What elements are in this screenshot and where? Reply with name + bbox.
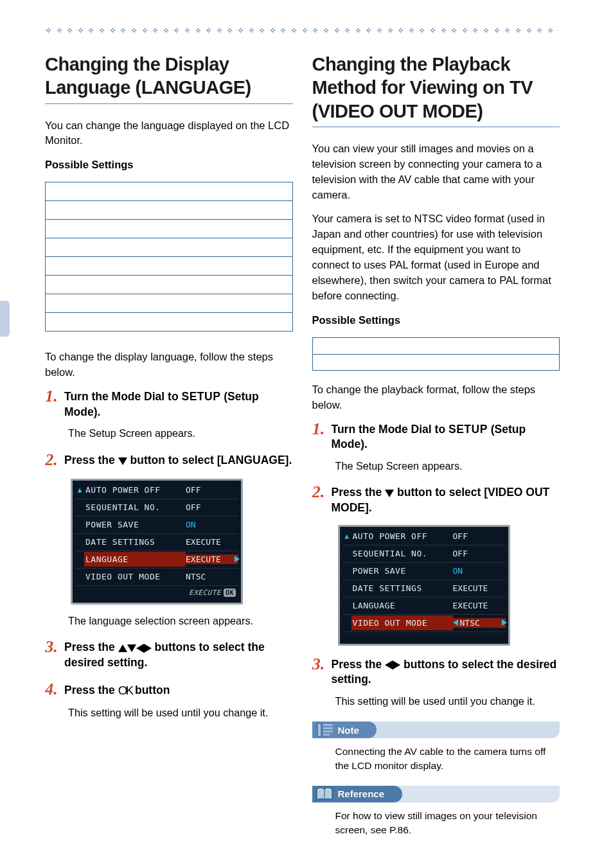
lcd-row-value: OFF xyxy=(186,485,238,495)
left-steps: 1 Turn the Mode Dial to SETUP (Setup Mod… xyxy=(45,389,293,720)
note-icon xyxy=(316,722,334,738)
step-title-post: button xyxy=(132,684,170,696)
left-possible-settings-label: Possible Settings xyxy=(45,157,293,173)
left-settings-table xyxy=(45,182,293,332)
right-heading: Changing the Playback Method for Viewing… xyxy=(312,53,560,123)
reference-icon xyxy=(315,786,334,802)
down-arrow-icon xyxy=(385,490,394,497)
lcd-left-triangle-icon xyxy=(453,618,458,628)
down-arrow-icon xyxy=(118,457,127,465)
step-title: Turn the Mode Dial to SETUP (Setup Mode)… xyxy=(64,389,293,420)
lcd-row-value: EXECUTE xyxy=(453,601,506,610)
note-label: Note xyxy=(338,725,359,736)
lcd-row-value: OFF xyxy=(453,549,506,558)
lcd-screenshot-video-out: ▲ AUTO POWER OFF OFF SEQUENTIAL NO. OFF … xyxy=(338,525,510,646)
step-number: 2 xyxy=(312,484,325,500)
svg-rect-2 xyxy=(323,727,333,729)
lcd-row-label: DATE SETTINGS xyxy=(351,583,453,593)
lcd-row-label: VIDEO OUT MODE xyxy=(351,616,453,630)
lcd-row-value: OFF xyxy=(186,502,238,512)
right-intro-1: You can view your still images and movie… xyxy=(312,141,560,203)
step-title-pre: Press the xyxy=(332,486,386,499)
reference-body: For how to view still images on your tel… xyxy=(335,809,560,837)
step-number: 1 xyxy=(45,388,58,405)
right-pre-steps: To change the playback format, follow th… xyxy=(312,382,560,413)
lcd-row-label: POWER SAVE xyxy=(351,566,453,576)
step-title-pre: Press the xyxy=(332,658,386,671)
svg-rect-4 xyxy=(323,734,330,736)
step-title-pre: Press the xyxy=(64,454,118,466)
left-intro: You can change the language displayed on… xyxy=(45,118,293,149)
step-title: Press the buttons to select the desired … xyxy=(64,640,293,670)
header-diamond-border: ✧ ✧ ✧ ✧ ✧ ✧ ✧ ✧ ✧ ✧ ✧ ✧ ✧ ✧ ✧ ✧ ✧ ✧ ✧ ✧ … xyxy=(45,26,558,37)
right-intro-2: Your camera is set to NTSC video format … xyxy=(312,211,560,304)
lcd-row-value: ON xyxy=(453,566,506,576)
step-title-post: button to select [LANGUAGE]. xyxy=(127,454,292,466)
reference-banner: Reference xyxy=(312,786,560,802)
step-title-pre: Press the xyxy=(64,641,118,653)
heading-underline xyxy=(45,103,293,104)
lcd-up-indicator-icon: ▲ xyxy=(75,486,84,494)
lcd-up-indicator-icon: ▲ xyxy=(342,532,351,540)
step-body: This setting will be used until you chan… xyxy=(335,694,560,709)
lcd-row-label: SEQUENTIAL NO. xyxy=(351,549,453,558)
lcd-row-value: EXECUTE xyxy=(186,537,238,547)
lcd-row-label: AUTO POWER OFF xyxy=(84,485,186,495)
lcd-row-label: LANGUAGE xyxy=(84,552,186,567)
lcd-row-value: NTSC xyxy=(186,572,238,581)
lcd-row-label: VIDEO OUT MODE xyxy=(84,572,186,581)
lcd-footer-ok-badge: OK xyxy=(224,589,236,597)
left-column: Changing the Display Language (LANGUAGE)… xyxy=(45,53,293,837)
lcd-row-value: ON xyxy=(186,520,238,529)
note-body: Connecting the AV cable to the camera tu… xyxy=(335,745,560,772)
lcd-row-value: EXECUTE xyxy=(186,554,238,564)
right-settings-table xyxy=(312,337,560,371)
step-number: 3 xyxy=(45,639,58,655)
heading-underline xyxy=(312,127,560,127)
right-steps: 1 Turn the Mode Dial to SETUP (Setup Mod… xyxy=(312,422,560,709)
step-title: Press the button to select [VIDEO OUT MO… xyxy=(332,485,560,515)
lcd-row-value: NTSC xyxy=(453,618,506,628)
step-body: This setting will be used until you chan… xyxy=(68,705,293,720)
left-heading: Changing the Display Language (LANGUAGE) xyxy=(45,53,293,100)
lcd-row-label: AUTO POWER OFF xyxy=(351,531,453,541)
step-number: 2 xyxy=(45,452,58,468)
lcd-footer: EXECUTE OK xyxy=(75,586,238,600)
svg-rect-1 xyxy=(323,724,333,726)
lcd-row-value-text: NTSC xyxy=(460,618,480,628)
setup-label: SETUP xyxy=(181,390,220,403)
step-title: Press the button to select [LANGUAGE]. xyxy=(64,453,293,468)
lcd-row-label: DATE SETTINGS xyxy=(84,537,186,547)
step-number: 1 xyxy=(312,421,325,438)
step-title: Press the OK button xyxy=(64,682,293,699)
lcd-row-label: POWER SAVE xyxy=(84,520,186,529)
step-number: 4 xyxy=(45,681,58,698)
setup-label: SETUP xyxy=(449,423,488,436)
lcd-row-value: EXECUTE xyxy=(453,583,506,593)
step-title-pre: Press the xyxy=(64,684,118,696)
svg-rect-0 xyxy=(317,723,321,736)
right-column: Changing the Playback Method for Viewing… xyxy=(312,53,560,837)
step-number: 3 xyxy=(312,656,325,673)
step-title: Turn the Mode Dial to SETUP (Setup Mode)… xyxy=(332,422,560,452)
right-possible-settings-label: Possible Settings xyxy=(312,313,560,328)
step-title-pre: Turn the Mode Dial to xyxy=(64,390,181,403)
note-banner: Note xyxy=(312,722,560,738)
lcd-row-value: OFF xyxy=(453,531,506,541)
dpad-icon xyxy=(118,644,152,653)
lcd-right-triangle-icon xyxy=(235,554,240,564)
step-body: The Setup Screen appears. xyxy=(68,426,293,441)
svg-rect-3 xyxy=(323,731,333,732)
left-right-arrows-icon xyxy=(385,660,400,669)
ok-button-icon: OK xyxy=(118,682,132,699)
lcd-screenshot-language: ▲ AUTO POWER OFF OFF SEQUENTIAL NO. OFF … xyxy=(71,479,243,605)
step-body: The language selection screen appears. xyxy=(68,614,293,628)
lcd-footer-execute: EXECUTE xyxy=(189,589,221,597)
step-title: Press the buttons to select the desired … xyxy=(332,657,560,687)
left-pre-steps: To change the display language, follow t… xyxy=(45,350,293,380)
lcd-right-triangle-icon xyxy=(502,618,507,628)
side-page-tab xyxy=(0,301,10,337)
reference-label: Reference xyxy=(338,788,385,799)
lcd-row-label: LANGUAGE xyxy=(351,601,453,610)
step-title-pre: Turn the Mode Dial to xyxy=(332,423,449,436)
